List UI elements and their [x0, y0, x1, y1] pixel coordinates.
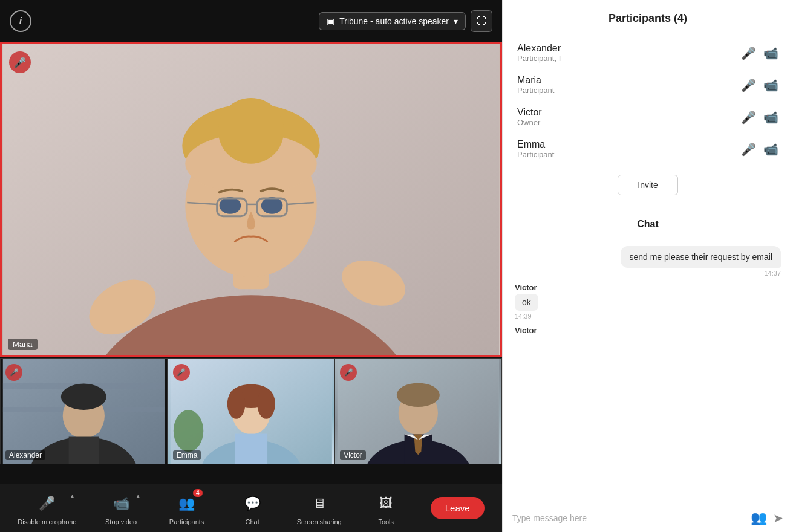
participant-row-alexander: Alexander Participant, I 🎤 📹	[517, 37, 778, 69]
leave-button[interactable]: Leave	[431, 497, 485, 519]
chat-sender-3: Victor	[515, 326, 537, 335]
participant-role-maria: Participant	[517, 86, 554, 95]
victor-video-svg	[335, 359, 501, 464]
participant-role-alexander: Participant, I	[517, 54, 561, 63]
participants-icon: 👥 4	[175, 491, 199, 516]
maria-video-control-icon[interactable]: 📹	[763, 78, 778, 92]
participant-controls-emma: 🎤 📹	[741, 142, 778, 157]
chat-sender-2: Victor	[515, 283, 538, 292]
alexander-video-svg	[1, 359, 167, 464]
camera-icon: 📹	[109, 491, 133, 516]
participant-controls-alexander: 🎤 📹	[741, 46, 778, 60]
mic-icon: 🎤	[35, 491, 59, 516]
chat-message-1: send me please their request by email 14…	[621, 246, 781, 277]
svg-point-24	[61, 384, 106, 410]
svg-point-33	[227, 389, 245, 418]
fullscreen-icon: ⛶	[477, 16, 486, 27]
screen-share-button[interactable]: 🖥 Screen sharing	[297, 491, 342, 525]
screen-share-label: Screen sharing	[297, 518, 342, 525]
top-bar: i ▣ Tribune - auto active speaker ▾ ⛶	[0, 0, 502, 42]
svg-point-34	[257, 389, 275, 418]
participant-info-emma: Emma Participant	[517, 139, 554, 159]
chat-time-1: 14:37	[621, 270, 781, 277]
session-controls: ▣ Tribune - auto active speaker ▾ ⛶	[319, 10, 492, 32]
participant-name-maria: Maria	[517, 75, 554, 86]
participant-controls-maria: 🎤 📹	[741, 78, 778, 92]
mic-button[interactable]: 🎤 ▲ Disable microphone	[18, 491, 76, 525]
alexander-mic-control-icon[interactable]: 🎤	[741, 46, 756, 60]
alexander-mic-icon: 🎤	[5, 364, 22, 381]
video-label: Stop video	[105, 518, 137, 525]
tools-label: Tools	[378, 518, 394, 525]
alexander-video-control-icon[interactable]: 📹	[763, 46, 778, 60]
thumb-victor[interactable]: 🎤 Victor	[334, 358, 502, 464]
thumb-alexander[interactable]: 🎤 Alexander	[0, 358, 168, 464]
chat-label: Chat	[246, 518, 259, 525]
alexander-label: Alexander	[5, 450, 45, 460]
svg-point-40	[397, 383, 440, 407]
svg-point-26	[82, 421, 101, 435]
svg-rect-25	[69, 437, 99, 464]
svg-point-10	[261, 197, 283, 214]
svg-rect-35	[235, 434, 267, 464]
add-people-icon[interactable]: 👥	[751, 510, 767, 526]
emma-mic-control-icon[interactable]: 🎤	[741, 142, 756, 157]
participant-row-maria: Maria Participant 🎤 📹	[517, 69, 778, 101]
monitor-icon: ▣	[327, 16, 334, 26]
fullscreen-button[interactable]: ⛶	[471, 10, 492, 32]
video-area: i ▣ Tribune - auto active speaker ▾ ⛶	[0, 0, 502, 532]
participant-info-alexander: Alexander Participant, I	[517, 43, 561, 63]
thumb-emma[interactable]: 🎤 Emma	[168, 358, 335, 464]
svg-point-9	[220, 197, 241, 214]
chat-message-3: Victor	[515, 326, 537, 337]
screen-share-icon: 🖥	[307, 491, 331, 516]
sidebar: Participants (4) Alexander Participant, …	[502, 0, 793, 532]
mic-label: Disable microphone	[18, 518, 76, 525]
video-chevron[interactable]: ▲	[135, 493, 141, 499]
send-icon[interactable]: ➤	[773, 511, 783, 525]
session-title: Tribune - auto active speaker	[339, 16, 449, 26]
thumbnails: 🎤 Alexander	[0, 358, 502, 464]
maria-mic-control-icon[interactable]: 🎤	[741, 78, 756, 92]
mic-chevron[interactable]: ▲	[70, 493, 76, 499]
participant-info-victor: Victor Owner	[517, 107, 542, 127]
bottom-bar: 🎤 ▲ Disable microphone 📹 ▲ Stop video 👥 …	[0, 484, 502, 532]
main-video-label: Maria	[8, 339, 38, 350]
video-button[interactable]: 📹 ▲ Stop video	[100, 491, 142, 525]
main-video: 🎤 Maria	[0, 42, 502, 357]
chat-messages: send me please their request by email 14…	[503, 236, 793, 504]
session-dropdown[interactable]: ▣ Tribune - auto active speaker ▾	[319, 12, 466, 30]
victor-mic-control-icon[interactable]: 🎤	[741, 110, 756, 125]
info-icon[interactable]: i	[10, 10, 31, 32]
chat-bubble-ok: ok	[515, 294, 538, 311]
participants-count-badge: 4	[193, 489, 203, 497]
chat-button[interactable]: 💬 Chat	[231, 491, 273, 525]
chat-input[interactable]	[512, 513, 745, 523]
chat-bubble-text-1: send me please their request by email	[621, 246, 781, 268]
chevron-down-icon: ▾	[454, 16, 458, 26]
participant-row-victor: Victor Owner 🎤 📹	[517, 101, 778, 133]
main-video-background	[2, 44, 500, 355]
victor-label: Victor	[340, 450, 365, 460]
main-video-person-svg	[2, 44, 500, 355]
victor-video-control-icon[interactable]: 📹	[763, 110, 778, 125]
participant-info-maria: Maria Participant	[517, 75, 554, 95]
emma-mic-icon: 🎤	[173, 364, 190, 381]
svg-rect-8	[230, 131, 272, 143]
invite-button[interactable]: Invite	[618, 175, 677, 195]
participant-row-emma: Emma Participant 🎤 📹	[517, 133, 778, 165]
chat-panel: Chat send me please their request by ema…	[503, 210, 793, 532]
emma-label: Emma	[173, 450, 201, 460]
participant-controls-victor: 🎤 📹	[741, 110, 778, 125]
main-video-mic-icon: 🎤	[9, 51, 31, 73]
chat-title: Chat	[503, 210, 793, 236]
chat-input-area: 👥 ➤	[503, 504, 793, 532]
emma-video-svg	[168, 359, 334, 464]
participant-role-victor: Owner	[517, 118, 542, 127]
emma-video-control-icon[interactable]: 📹	[763, 142, 778, 157]
participant-role-emma: Participant	[517, 150, 554, 159]
participants-panel: Participants (4) Alexander Participant, …	[503, 0, 793, 210]
participant-name-victor: Victor	[517, 107, 542, 118]
tools-button[interactable]: 🖼 Tools	[365, 491, 407, 525]
participants-button[interactable]: 👥 4 Participants	[166, 491, 208, 525]
